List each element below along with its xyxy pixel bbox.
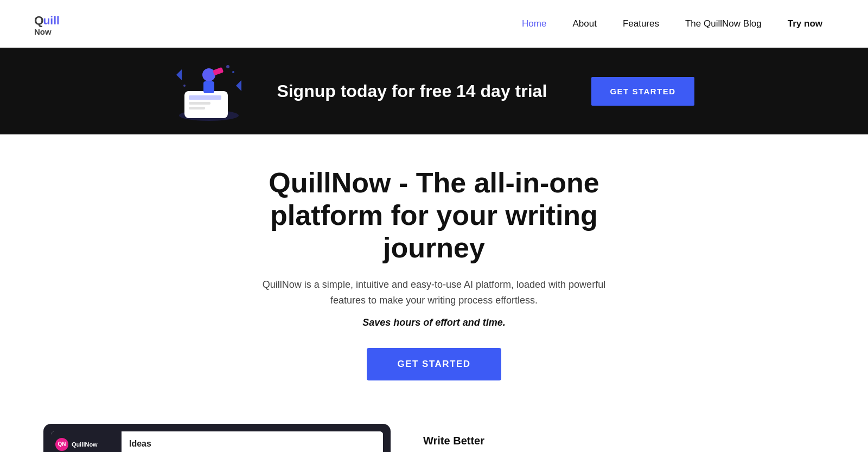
feature-write-better: Write Better Keep improving – Write bett…	[423, 435, 575, 452]
navbar: Q uill Now Home About Features The Quill…	[0, 0, 868, 48]
app-header: QN QuillNow	[55, 438, 117, 451]
svg-marker-9	[236, 80, 241, 91]
svg-rect-5	[189, 95, 221, 100]
hero-tagline: Saves hours of effort and time.	[43, 317, 825, 328]
nav-features[interactable]: Features	[610, 14, 672, 34]
svg-text:Now: Now	[34, 27, 52, 36]
svg-point-10	[202, 68, 215, 81]
svg-rect-6	[189, 102, 210, 105]
nav-try-now[interactable]: Try now	[775, 14, 835, 34]
app-mockup: QN QuillNow Dashboard Composer Ideas	[43, 424, 391, 452]
banner-get-started-button[interactable]: GET STARTED	[591, 77, 694, 106]
svg-point-14	[232, 71, 234, 73]
app-sidebar: QN QuillNow Dashboard Composer	[51, 431, 122, 452]
app-name-label: QuillNow	[72, 441, 98, 448]
feature-write-better-title: Write Better	[423, 435, 575, 447]
promo-banner: Signup today for free 14 day trial GET S…	[0, 48, 868, 134]
svg-text:Q: Q	[34, 13, 44, 27]
features-list: Write Better Keep improving – Write bett…	[423, 424, 575, 452]
ideas-section-title: Ideas	[129, 439, 375, 449]
logo[interactable]: Q uill Now	[33, 8, 65, 40]
qn-badge: QN	[55, 438, 68, 451]
banner-headline: Signup today for free 14 day trial	[277, 81, 559, 101]
svg-rect-7	[189, 107, 205, 109]
banner-illustration	[174, 59, 244, 124]
content-section: QN QuillNow Dashboard Composer Ideas	[0, 402, 868, 452]
hero-title: QuillNow - The all-in-one platform for y…	[244, 167, 624, 264]
laptop-screen: QN QuillNow Dashboard Composer Ideas	[51, 431, 383, 452]
svg-marker-8	[176, 69, 182, 80]
nav-home[interactable]: Home	[509, 14, 559, 34]
nav-blog[interactable]: The QuillNow Blog	[672, 14, 775, 34]
svg-point-13	[226, 65, 229, 68]
hero-section: QuillNow - The all-in-one platform for y…	[0, 134, 868, 402]
nav-about[interactable]: About	[559, 14, 609, 34]
svg-rect-12	[213, 67, 224, 76]
logo-icon: Q uill Now	[33, 8, 65, 40]
svg-text:uill: uill	[43, 14, 60, 26]
laptop-mockup: QN QuillNow Dashboard Composer Ideas	[43, 424, 391, 452]
svg-rect-11	[203, 81, 214, 93]
hero-get-started-button[interactable]: GET STARTED	[367, 348, 501, 380]
hero-subtitle: QuillNow is a simple, intuitive and easy…	[244, 277, 624, 308]
nav-links: Home About Features The QuillNow Blog Tr…	[509, 14, 835, 34]
svg-point-15	[183, 85, 186, 87]
app-main-content: Ideas New idea Title FigJam-interactive …	[122, 431, 383, 452]
